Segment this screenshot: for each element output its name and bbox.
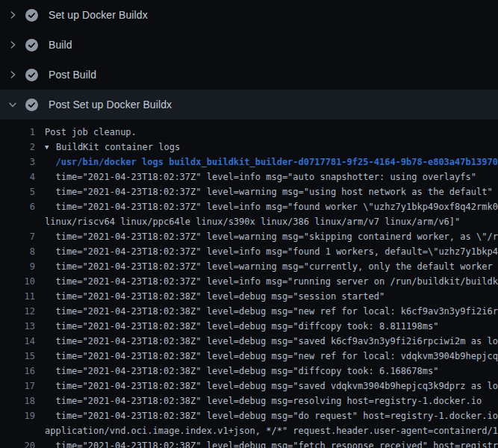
line-number[interactable]: 14	[0, 334, 35, 349]
line-text: time="2021-04-23T18:02:37Z" level=warnin…	[45, 259, 498, 274]
line-number[interactable]: 8	[0, 244, 35, 259]
log-line: 20 time="2021-04-23T18:02:38Z" level=deb…	[0, 438, 498, 448]
group-expander-icon[interactable]: ▼	[45, 140, 56, 155]
group-title[interactable]: BuildKit container logs	[56, 142, 180, 152]
line-text: time="2021-04-23T18:02:38Z" level=debug …	[45, 349, 498, 364]
step-header-post-set-up-docker-buildx[interactable]: Post Set up Docker Buildx	[0, 90, 498, 119]
line-text: time="2021-04-23T18:02:38Z" level=debug …	[45, 438, 498, 448]
line-text: time="2021-04-23T18:02:38Z" level=debug …	[45, 289, 385, 304]
line-number[interactable]: 6	[0, 199, 35, 214]
step-label: Post Set up Docker Buildx	[48, 99, 172, 111]
log-line: 16 time="2021-04-23T18:02:38Z" level=deb…	[0, 364, 498, 379]
line-text: time="2021-04-23T18:02:38Z" level=debug …	[45, 364, 438, 379]
line-text: /usr/bin/docker logs buildx_buildkit_bui…	[45, 155, 498, 169]
log-line: 17 time="2021-04-23T18:02:38Z" level=deb…	[0, 379, 498, 393]
check-circle-icon	[25, 69, 48, 81]
log-line: 4 time="2021-04-23T18:02:37Z" level=info…	[0, 169, 498, 184]
line-number[interactable]: 20	[0, 438, 35, 448]
line-text: time="2021-04-23T18:02:38Z" level=debug …	[45, 319, 438, 334]
line-number[interactable]	[0, 214, 35, 229]
chevron-right-icon	[0, 10, 25, 20]
line-number[interactable]: 17	[0, 379, 35, 393]
log-line: 6 time="2021-04-23T18:02:37Z" level=info…	[0, 199, 498, 214]
log-line: linux/riscv64 linux/ppc64le linux/s390x …	[0, 214, 498, 229]
log-line: 9 time="2021-04-23T18:02:37Z" level=warn…	[0, 259, 498, 274]
line-text: time="2021-04-23T18:02:38Z" level=debug …	[45, 393, 482, 408]
line-number[interactable]: 12	[0, 304, 35, 319]
line-number[interactable]	[0, 423, 35, 438]
line-text: ▼BuildKit container logs	[45, 140, 180, 155]
log-line: 10 time="2021-04-23T18:02:37Z" level=inf…	[0, 274, 498, 289]
line-text: time="2021-04-23T18:02:37Z" level=info m…	[45, 169, 476, 184]
line-text: application/vnd.oci.image.index.v1+json,…	[45, 423, 498, 438]
check-circle-icon	[25, 99, 48, 111]
line-text: time="2021-04-23T18:02:37Z" level=info m…	[45, 274, 498, 289]
line-number[interactable]: 18	[0, 393, 35, 408]
log-line: 2 ▼BuildKit container logs	[0, 140, 498, 155]
line-text: time="2021-04-23T18:02:37Z" level=warnin…	[45, 184, 493, 199]
line-number[interactable]: 10	[0, 274, 35, 289]
line-number[interactable]: 19	[0, 408, 35, 423]
log-line: 18 time="2021-04-23T18:02:38Z" level=deb…	[0, 393, 498, 408]
log-line: 13 time="2021-04-23T18:02:38Z" level=deb…	[0, 319, 498, 334]
line-number[interactable]: 15	[0, 349, 35, 364]
step-label: Post Build	[48, 69, 96, 81]
line-number[interactable]: 11	[0, 289, 35, 304]
line-text: linux/riscv64 linux/ppc64le linux/s390x …	[45, 214, 460, 229]
log-line: 15 time="2021-04-23T18:02:38Z" level=deb…	[0, 349, 498, 364]
line-number[interactable]: 7	[0, 229, 35, 244]
step-header-set-up-docker-buildx[interactable]: Set up Docker Buildx	[0, 0, 498, 30]
line-number[interactable]: 1	[0, 125, 35, 140]
step-label: Build	[48, 39, 72, 51]
line-number[interactable]: 13	[0, 319, 35, 334]
line-text: time="2021-04-23T18:02:38Z" level=debug …	[45, 304, 498, 319]
log-line: 11 time="2021-04-23T18:02:38Z" level=deb…	[0, 289, 498, 304]
log-line: 7 time="2021-04-23T18:02:37Z" level=warn…	[0, 229, 498, 244]
line-text: time="2021-04-23T18:02:37Z" level=info m…	[45, 199, 498, 214]
check-circle-icon	[25, 39, 48, 52]
line-number[interactable]: 2	[0, 140, 35, 155]
log-line: application/vnd.oci.image.index.v1+json,…	[0, 423, 498, 438]
step-label: Set up Docker Buildx	[48, 9, 148, 21]
log-line: 8 time="2021-04-23T18:02:37Z" level=info…	[0, 244, 498, 259]
log-line: 5 time="2021-04-23T18:02:37Z" level=warn…	[0, 184, 498, 199]
step-list: Set up Docker Buildx Build Post Buil	[0, 0, 498, 119]
chevron-right-icon	[0, 40, 25, 50]
check-circle-icon	[25, 9, 48, 22]
chevron-down-icon	[0, 99, 25, 110]
line-number[interactable]: 5	[0, 184, 35, 199]
actions-log-viewer: Set up Docker Buildx Build Post Buil	[0, 0, 498, 448]
line-number[interactable]: 9	[0, 259, 35, 274]
line-text: time="2021-04-23T18:02:37Z" level=warnin…	[45, 229, 498, 244]
log-line: 14 time="2021-04-23T18:02:38Z" level=deb…	[0, 334, 498, 349]
line-number[interactable]: 4	[0, 169, 35, 184]
line-text: time="2021-04-23T18:02:38Z" level=debug …	[45, 334, 498, 349]
log-line: 1 Post job cleanup.	[0, 125, 498, 140]
line-number[interactable]: 3	[0, 155, 35, 169]
log-line: 3 /usr/bin/docker logs buildx_buildkit_b…	[0, 155, 498, 169]
step-header-post-build[interactable]: Post Build	[0, 60, 498, 90]
log-line: 19 time="2021-04-23T18:02:38Z" level=deb…	[0, 408, 498, 423]
line-number[interactable]: 16	[0, 364, 35, 379]
log-content: 1 Post job cleanup. 2 ▼BuildKit containe…	[0, 119, 498, 448]
line-text: time="2021-04-23T18:02:38Z" level=debug …	[45, 408, 498, 423]
log-line: 12 time="2021-04-23T18:02:38Z" level=deb…	[0, 304, 498, 319]
line-text: Post job cleanup.	[45, 125, 137, 140]
chevron-right-icon	[0, 69, 25, 80]
line-text: time="2021-04-23T18:02:37Z" level=info m…	[45, 244, 498, 259]
line-text: time="2021-04-23T18:02:38Z" level=debug …	[45, 379, 498, 393]
step-header-build[interactable]: Build	[0, 30, 498, 60]
